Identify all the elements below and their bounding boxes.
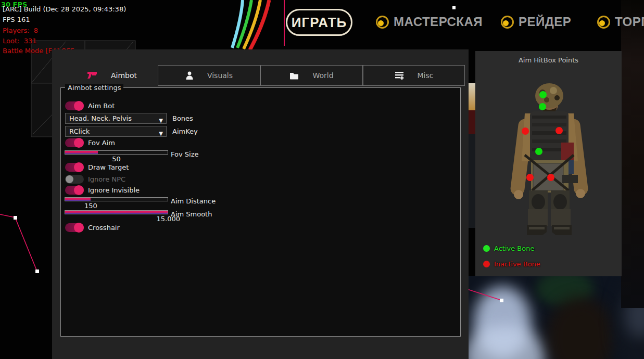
folder-icon	[289, 72, 299, 80]
game-world-gap-strip2	[468, 110, 475, 134]
hud-fps: FPS 161	[3, 16, 30, 23]
chevron-down-icon: ▼	[159, 116, 163, 125]
hitbox-point-right-shoulder[interactable]	[555, 127, 563, 134]
game-world-gap-strip3	[468, 134, 475, 228]
chevron-down-icon: ▼	[159, 129, 163, 138]
ignore-npc-toggle[interactable]	[65, 175, 84, 184]
inactive-bone-dot	[483, 261, 490, 267]
legend-inactive-bone: Inactive Bone	[483, 260, 540, 268]
legend-active-bone: Active Bone	[483, 245, 534, 252]
fov-size-slider[interactable]	[65, 150, 168, 155]
draw-target-toggle[interactable]	[65, 163, 84, 172]
game-world-gap-strip	[468, 83, 475, 110]
aimkey-dropdown[interactable]: RClick ▼	[65, 126, 167, 137]
game-world-bottom-right	[469, 276, 644, 359]
hitbox-point-pelvis[interactable]	[535, 148, 542, 155]
nav-item-trader[interactable]: ТОРГО	[597, 15, 644, 29]
fov-aim-label: Fov Aim	[88, 139, 115, 147]
rainbow-trail	[223, 0, 291, 50]
nav-item-workshop[interactable]: МАСТЕРСКАЯ	[376, 15, 483, 29]
active-bone-dot	[483, 245, 490, 252]
tab-aimbot[interactable]: Aimbot	[68, 65, 156, 86]
hitbox-point-left-hip[interactable]	[526, 174, 534, 181]
aim-distance-label: Aim Distance	[171, 197, 216, 205]
aimkey-label: AimKey	[172, 127, 198, 135]
game-screen: 30 FPS [ARC] Build (Dec 28 2025, 09:43:3…	[0, 0, 644, 359]
coin-icon	[501, 16, 514, 29]
person-icon	[185, 71, 194, 80]
ignore-invisible-label: Ignore Invisible	[88, 186, 140, 194]
hud-build-info: [ARC] Build (Dec 28 2025, 09:43:38)	[3, 5, 126, 13]
hitbox-point-left-shoulder[interactable]	[522, 127, 529, 135]
nav-item-label: МАСТЕРСКАЯ	[394, 15, 483, 29]
bones-dropdown[interactable]: Head, Neck, Pelvis ▼	[65, 113, 167, 124]
tab-label: Aimbot	[111, 71, 137, 80]
fov-size-value: 50	[65, 155, 168, 163]
tab-label: World	[312, 71, 333, 80]
hitbox-point-neck[interactable]	[539, 103, 546, 110]
inactive-bone-label: Inactive Bone	[494, 260, 540, 268]
hitbox-dots	[475, 51, 622, 276]
list-add-icon	[395, 71, 404, 80]
aim-smooth-slider[interactable]	[65, 210, 168, 214]
hud-loot: Loot: 331	[3, 37, 36, 45]
aim-hitbox-panel: Aim HitBox Points	[475, 51, 622, 276]
draw-target-label: Draw Target	[88, 163, 129, 171]
aim-bot-label: Aim Bot	[88, 102, 115, 110]
aim-bot-toggle[interactable]	[65, 101, 84, 110]
pistol-icon	[87, 71, 97, 80]
hitbox-point-head[interactable]	[539, 91, 547, 98]
coin-icon	[597, 16, 610, 29]
aim-distance-slider[interactable]	[65, 197, 168, 201]
hitbox-point-right-hip[interactable]	[547, 174, 554, 181]
fov-size-label: Fov Size	[171, 150, 198, 158]
aimkey-dropdown-value: RClick	[69, 127, 90, 135]
bones-label: Bones	[172, 114, 193, 122]
tab-world[interactable]: World	[260, 65, 363, 86]
cheat-menu-window: Aimbot Visuals World Misc	[52, 49, 469, 359]
aim-smooth-label: Aim Smooth	[171, 210, 212, 218]
tab-label: Visuals	[207, 71, 233, 80]
nav-item-raider[interactable]: РЕЙДЕР	[501, 15, 571, 29]
fov-aim-toggle[interactable]	[65, 138, 84, 147]
ignore-invisible-toggle[interactable]	[65, 186, 84, 195]
bones-dropdown-value: Head, Neck, Pelvis	[69, 114, 132, 122]
tab-label: Misc	[418, 71, 434, 80]
aimbot-settings-group: Aimbot settings Aim Bot Head, Neck, Pelv…	[60, 87, 461, 337]
hud-players: Players: 8	[3, 27, 38, 34]
group-title: Aimbot settings	[65, 84, 123, 92]
aim-smooth-value: 15.000	[65, 215, 180, 223]
tracer-vertical-line	[284, 0, 285, 46]
play-button[interactable]: ИГРАТЬ	[286, 9, 352, 36]
crosshair-label: Crosshair	[88, 224, 120, 232]
crosshair-toggle[interactable]	[65, 223, 84, 232]
nav-item-label: РЕЙДЕР	[519, 15, 571, 29]
aim-distance-value: 150	[84, 202, 97, 210]
game-world-right-strip	[621, 0, 644, 308]
active-bone-label: Active Bone	[494, 245, 534, 252]
tab-visuals[interactable]: Visuals	[158, 65, 260, 86]
ignore-npc-label: Ignore NPC	[88, 175, 125, 183]
tab-misc[interactable]: Misc	[363, 65, 465, 86]
nav-item-label: ТОРГО	[615, 15, 644, 29]
coin-icon	[376, 16, 389, 29]
